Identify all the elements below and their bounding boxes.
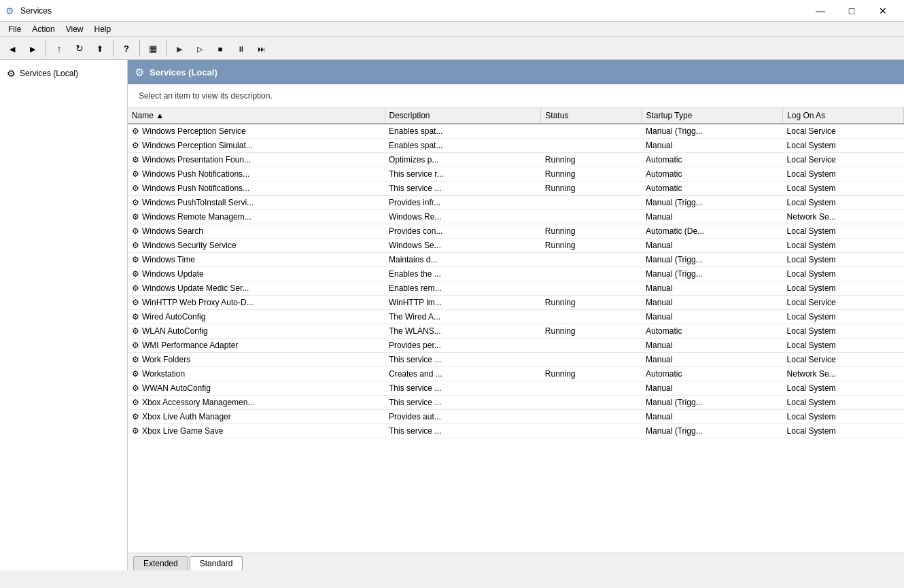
toolbar-view-button[interactable]: [143, 39, 162, 57]
services-tbody: ⚙Windows Perception ServiceEnables spat.…: [128, 124, 904, 438]
cell-description: This service ...: [385, 181, 541, 196]
services-table: Name ▲ Description Status Startup Type L: [128, 108, 904, 438]
toolbar-start-button[interactable]: [170, 39, 189, 57]
table-row[interactable]: ⚙Windows Update Medic Ser...Enables rem.…: [128, 281, 904, 296]
table-row[interactable]: ⚙Windows Push Notifications...This servi…: [128, 167, 904, 181]
cell-logon: Local Service: [783, 296, 904, 310]
services-table-container[interactable]: Name ▲ Description Status Startup Type L: [128, 108, 904, 553]
app-icon: [5, 5, 16, 16]
col-header-status[interactable]: Status: [541, 108, 642, 124]
col-header-logon[interactable]: Log On As: [783, 108, 904, 124]
table-row[interactable]: ⚙Windows PushToInstall Servi...Provides …: [128, 196, 904, 210]
sidebar-item-services-local[interactable]: ⚙ Services (Local): [3, 65, 124, 82]
cell-startup: Manual: [642, 381, 783, 396]
cell-status: Running: [541, 367, 642, 381]
menu-action[interactable]: Action: [27, 23, 60, 35]
toolbar-stop-button[interactable]: [211, 39, 230, 57]
table-row[interactable]: ⚙Windows Push Notifications...This servi…: [128, 181, 904, 196]
cell-logon: Local Service: [783, 353, 904, 367]
cell-description: Provides aut...: [385, 410, 541, 424]
table-row[interactable]: ⚙Windows Remote Managem...Windows Re...M…: [128, 210, 904, 224]
cell-status: Running: [541, 324, 642, 339]
content-header-icon: ⚙: [135, 66, 144, 79]
table-row[interactable]: ⚙Wired AutoConfigThe Wired A...ManualLoc…: [128, 310, 904, 324]
service-name: Xbox Live Auth Manager: [142, 412, 231, 421]
toolbar-separator-4: [166, 40, 167, 56]
table-row[interactable]: ⚙WinHTTP Web Proxy Auto-D...WinHTTP im..…: [128, 296, 904, 310]
toolbar-pause-button[interactable]: [231, 39, 250, 57]
toolbar-separator-3: [139, 40, 140, 56]
service-name: Windows Perception Service: [142, 126, 246, 136]
cell-startup: Manual (Trigg...: [642, 124, 783, 139]
toolbar-export-button[interactable]: [90, 39, 109, 57]
tab-extended[interactable]: Extended: [133, 556, 188, 570]
table-row[interactable]: ⚙Windows SearchProvides con...RunningAut…: [128, 224, 904, 239]
table-row[interactable]: ⚙WorkstationCreates and ...RunningAutoma…: [128, 367, 904, 381]
help-icon: [124, 43, 129, 54]
cell-logon: Local Service: [783, 153, 904, 167]
main-area: ⚙ Services (Local) ⚙ Services (Local) Se…: [0, 60, 904, 570]
table-row[interactable]: ⚙Windows UpdateEnables the ...Manual (Tr…: [128, 267, 904, 281]
service-name: Xbox Accessory Managemen...: [142, 398, 254, 407]
title-bar-controls: — □ ✕: [805, 0, 899, 22]
row-gear-icon: ⚙: [132, 412, 139, 421]
table-row[interactable]: ⚙Work FoldersThis service ...ManualLocal…: [128, 353, 904, 367]
table-row[interactable]: ⚙Windows Perception ServiceEnables spat.…: [128, 124, 904, 139]
table-row[interactable]: ⚙Windows Security ServiceWindows Se...Ru…: [128, 239, 904, 253]
table-row[interactable]: ⚙Xbox Live Game SaveThis service ...Manu…: [128, 424, 904, 438]
toolbar-forward-button[interactable]: [23, 39, 42, 57]
cell-description: Enables the ...: [385, 267, 541, 281]
content-area: ⚙ Services (Local) Select an item to vie…: [128, 60, 904, 570]
toolbar-back-button[interactable]: [3, 39, 22, 57]
table-row[interactable]: ⚙Windows TimeMaintains d...Manual (Trigg…: [128, 253, 904, 267]
cell-name: ⚙Windows Push Notifications...: [128, 167, 385, 181]
cell-name: ⚙Windows Remote Managem...: [128, 210, 385, 224]
service-name: Windows Security Service: [142, 241, 237, 250]
menu-view[interactable]: View: [60, 23, 89, 35]
toolbar-help-button[interactable]: [117, 39, 136, 57]
minimize-button[interactable]: —: [805, 0, 836, 22]
table-row[interactable]: ⚙WMI Performance AdapterProvides per...M…: [128, 339, 904, 353]
service-name: Windows Remote Managem...: [142, 212, 251, 222]
cell-description: Windows Se...: [385, 239, 541, 253]
close-button[interactable]: ✕: [867, 0, 899, 22]
row-gear-icon: ⚙: [132, 212, 139, 222]
cell-name: ⚙WinHTTP Web Proxy Auto-D...: [128, 296, 385, 310]
cell-status: [541, 410, 642, 424]
row-gear-icon: ⚙: [132, 383, 139, 393]
col-header-startup[interactable]: Startup Type: [642, 108, 783, 124]
refresh-icon: [75, 43, 84, 54]
maximize-button[interactable]: □: [836, 0, 867, 22]
export-icon: [97, 43, 103, 54]
table-row[interactable]: ⚙Windows Perception Simulat...Enables sp…: [128, 139, 904, 153]
toolbar-skip-button[interactable]: [251, 39, 271, 57]
cell-name: ⚙WWAN AutoConfig: [128, 381, 385, 396]
cell-logon: Local System: [783, 410, 904, 424]
cell-description: This service r...: [385, 167, 541, 181]
menu-file[interactable]: File: [3, 23, 27, 35]
service-name: Windows PushToInstall Servi...: [142, 198, 254, 207]
table-row[interactable]: ⚙Xbox Accessory Managemen...This service…: [128, 396, 904, 410]
tab-standard[interactable]: Standard: [190, 556, 243, 570]
cell-status: Running: [541, 181, 642, 196]
table-row[interactable]: ⚙WWAN AutoConfigThis service ...ManualLo…: [128, 381, 904, 396]
table-row[interactable]: ⚙WLAN AutoConfigThe WLANS...RunningAutom…: [128, 324, 904, 339]
table-row[interactable]: ⚙Xbox Live Auth ManagerProvides aut...Ma…: [128, 410, 904, 424]
row-gear-icon: ⚙: [132, 355, 139, 364]
service-name: Windows Time: [142, 255, 195, 264]
cell-name: ⚙Windows Push Notifications...: [128, 181, 385, 196]
menu-help[interactable]: Help: [89, 23, 117, 35]
toolbar-up-button[interactable]: [50, 39, 69, 57]
cell-name: ⚙Windows Time: [128, 253, 385, 267]
col-header-name[interactable]: Name ▲: [128, 108, 385, 124]
cell-name: ⚙Windows Search: [128, 224, 385, 239]
cell-name: ⚙Windows Perception Simulat...: [128, 139, 385, 153]
table-row[interactable]: ⚙Windows Presentation Foun...Optimizes p…: [128, 153, 904, 167]
toolbar-resume-button[interactable]: [190, 39, 209, 57]
menu-bar: File Action View Help: [0, 22, 904, 37]
table-header-row: Name ▲ Description Status Startup Type L: [128, 108, 904, 124]
toolbar-refresh-button[interactable]: [70, 39, 89, 57]
row-gear-icon: ⚙: [132, 226, 139, 236]
col-header-description[interactable]: Description: [385, 108, 541, 124]
cell-description: Provides con...: [385, 224, 541, 239]
